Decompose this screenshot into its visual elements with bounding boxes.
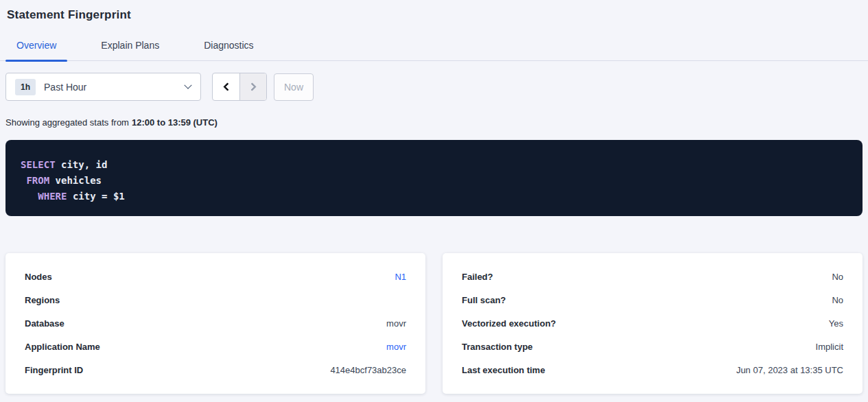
sql-keyword: WHERE bbox=[38, 191, 67, 202]
table-row: Full scan? No bbox=[462, 296, 843, 305]
table-row: Failed? No bbox=[462, 272, 843, 282]
transaction-type-value: Implicit bbox=[816, 342, 843, 352]
stats-time-range: 12:00 to 13:59 (UTC) bbox=[132, 117, 218, 128]
application-name-label: Application Name bbox=[25, 342, 100, 352]
database-label: Database bbox=[25, 319, 64, 329]
page-header: Statement Fingerprint bbox=[0, 0, 868, 23]
summary-cards: Nodes N1 Regions Database movr Applicati… bbox=[5, 253, 863, 394]
tab-overview[interactable]: Overview bbox=[5, 40, 67, 60]
time-range-dropdown[interactable]: 1h Past Hour bbox=[5, 73, 201, 101]
prev-time-range-button[interactable] bbox=[213, 73, 239, 100]
table-row: Last execution time Jun 07, 2023 at 13:3… bbox=[462, 366, 843, 375]
aggregated-stats-line: Showing aggregated stats from12:00 to 13… bbox=[5, 118, 863, 128]
fingerprint-id-label: Fingerprint ID bbox=[25, 366, 83, 375]
fingerprint-id-value: 414e4bcf73ab23ce bbox=[330, 366, 406, 375]
sql-keyword: SELECT bbox=[21, 159, 56, 170]
chevron-down-icon bbox=[184, 81, 191, 88]
stats-prefix: Showing aggregated stats from bbox=[5, 117, 129, 128]
last-execution-time-label: Last execution time bbox=[462, 366, 545, 375]
last-execution-time-value: Jun 07, 2023 at 13:35 UTC bbox=[736, 366, 843, 375]
tab-diagnostics[interactable]: Diagnostics bbox=[193, 40, 264, 60]
sql-statement-box: SELECT city, id FROM vehicles WHERE city… bbox=[5, 140, 863, 216]
failed-value: No bbox=[832, 272, 843, 282]
sql-line: WHERE city = $1 bbox=[21, 189, 847, 204]
chevron-right-icon bbox=[248, 82, 257, 91]
time-range-label: Past Hour bbox=[44, 82, 86, 93]
table-row: Vectorized execution? Yes bbox=[462, 319, 843, 329]
sql-line: SELECT city, id bbox=[21, 157, 847, 173]
time-controls: 1h Past Hour Now bbox=[5, 73, 863, 101]
vectorized-execution-label: Vectorized execution? bbox=[462, 319, 556, 329]
sql-text: vehicles bbox=[49, 175, 102, 186]
time-range-arrows bbox=[212, 73, 267, 101]
failed-label: Failed? bbox=[462, 272, 493, 282]
table-row: Fingerprint ID 414e4bcf73ab23ce bbox=[25, 366, 406, 375]
next-time-range-button[interactable] bbox=[239, 73, 266, 100]
table-row: Application Name movr bbox=[25, 342, 406, 352]
tab-explain-plans[interactable]: Explain Plans bbox=[90, 40, 170, 60]
application-name-value-link[interactable]: movr bbox=[386, 342, 406, 352]
now-button[interactable]: Now bbox=[274, 73, 314, 101]
page-title: Statement Fingerprint bbox=[7, 8, 861, 23]
transaction-type-label: Transaction type bbox=[462, 342, 532, 352]
sql-text: city = $1 bbox=[67, 191, 124, 202]
vectorized-execution-value: Yes bbox=[829, 319, 843, 329]
nodes-value-link[interactable]: N1 bbox=[395, 272, 406, 282]
table-row: Transaction type Implicit bbox=[462, 342, 843, 352]
tab-bar: Overview Explain Plans Diagnostics bbox=[0, 40, 868, 61]
sql-keyword: FROM bbox=[26, 175, 49, 186]
chevron-left-icon bbox=[223, 82, 232, 91]
sql-line: FROM vehicles bbox=[21, 173, 847, 189]
table-row: Database movr bbox=[25, 319, 406, 329]
database-value: movr bbox=[386, 319, 406, 329]
statement-fingerprint-page: Statement Fingerprint Overview Explain P… bbox=[0, 0, 868, 402]
full-scan-value: No bbox=[832, 296, 843, 305]
sql-text: city, id bbox=[56, 159, 108, 170]
time-range-badge: 1h bbox=[15, 79, 36, 95]
execution-attributes-card: Failed? No Full scan? No Vectorized exec… bbox=[443, 253, 863, 394]
nodes-label: Nodes bbox=[25, 272, 52, 282]
statement-details-card: Nodes N1 Regions Database movr Applicati… bbox=[5, 253, 425, 394]
table-row: Nodes N1 bbox=[25, 272, 406, 282]
table-row: Regions bbox=[25, 296, 406, 305]
regions-label: Regions bbox=[25, 296, 60, 305]
page-content: 1h Past Hour Now Showing aggregated stat… bbox=[0, 73, 868, 394]
full-scan-label: Full scan? bbox=[462, 296, 506, 305]
